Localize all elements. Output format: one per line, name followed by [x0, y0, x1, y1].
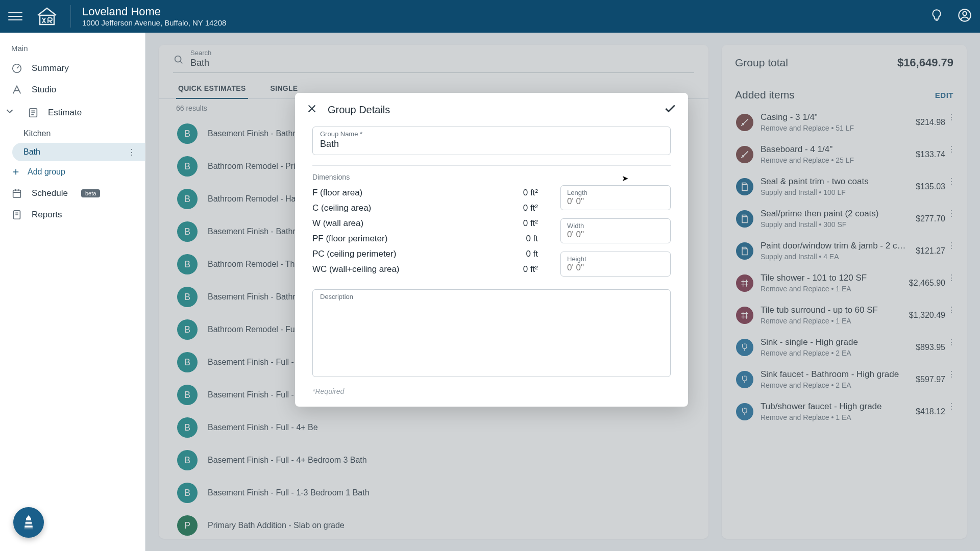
close-icon[interactable] — [306, 103, 317, 116]
added-item[interactable]: Baseboard - 4 1/4"Remove and Replace • 2… — [727, 138, 962, 170]
group-total-label: Group total — [735, 57, 788, 69]
added-item[interactable]: Casing - 3 1/4"Remove and Replace • 51 L… — [727, 106, 962, 138]
added-item[interactable]: Paint door/window trim & jamb - 2 coats … — [727, 235, 962, 267]
result-item[interactable]: BBasement Finish - Full - 4+ Bedroom 3 B… — [170, 444, 697, 477]
account-icon[interactable] — [958, 8, 972, 24]
description-field[interactable]: Description — [312, 289, 671, 377]
edit-button[interactable]: EDIT — [935, 91, 953, 99]
height-input[interactable] — [567, 263, 664, 273]
estimate-icon — [28, 107, 39, 118]
result-item[interactable]: BBasement Finish - Full - 4+ Be — [170, 411, 697, 444]
result-avatar: B — [177, 189, 198, 209]
description-input[interactable] — [320, 300, 663, 369]
result-item[interactable]: PPrimary Bath Addition - Slab on grade — [170, 509, 697, 539]
result-item[interactable]: BBasement Finish - Full - 1-3 Bedroom 1 … — [170, 477, 697, 509]
more-vert-icon[interactable]: ⋮ — [947, 177, 955, 186]
added-item[interactable]: Sink faucet - Bathroom - High gradeRemov… — [727, 363, 962, 395]
nav-reports[interactable]: Reports — [0, 204, 145, 226]
sidebar: Main Summary Studio Estimate Kitchen Bat… — [0, 33, 145, 551]
item-category-icon — [736, 178, 753, 195]
added-items-list[interactable]: Casing - 3 1/4"Remove and Replace • 51 L… — [722, 106, 967, 539]
group-name-field[interactable]: Group Name * — [312, 127, 671, 155]
more-vert-icon[interactable]: ⋮ — [128, 147, 136, 157]
added-item[interactable]: Tub/shower faucet - High gradeRemove and… — [727, 395, 962, 428]
group-details-modal: Group Details Group Name * Dimensions F … — [295, 93, 688, 407]
result-label: Basement Finish - Full - 4+ Bedroom 3 Ba… — [208, 456, 367, 465]
add-group-button[interactable]: Add group — [0, 161, 145, 183]
item-category-icon — [736, 371, 753, 388]
item-detail: Supply and Install • 100 LF — [761, 188, 909, 196]
more-vert-icon[interactable]: ⋮ — [947, 369, 955, 379]
result-avatar: B — [177, 483, 198, 503]
project-address: 1000 Jefferson Avenue, Buffalo, NY 14208 — [82, 18, 226, 28]
width-input[interactable] — [567, 230, 664, 240]
item-name: Seal/prime then paint (2 coats) — [761, 209, 909, 219]
item-name: Sink faucet - Bathroom - High grade — [761, 369, 909, 380]
item-detail: Remove and Replace • 25 LF — [761, 156, 909, 164]
item-price: $121.27 — [916, 246, 945, 256]
item-name: Seal & paint trim - two coats — [761, 177, 909, 187]
app-logo — [35, 6, 59, 27]
item-name: Tile tub surround - up to 60 SF — [761, 305, 902, 315]
item-category-icon — [736, 274, 753, 292]
more-vert-icon[interactable]: ⋮ — [947, 305, 955, 315]
search-input[interactable] — [190, 57, 694, 72]
more-vert-icon[interactable]: ⋮ — [947, 337, 955, 347]
item-detail: Supply and Install • 4 EA — [761, 253, 909, 261]
more-vert-icon[interactable]: ⋮ — [947, 209, 955, 218]
added-items-label: Added items — [735, 89, 795, 101]
help-icon[interactable] — [930, 9, 943, 24]
nav-studio[interactable]: Studio — [0, 79, 145, 101]
more-vert-icon[interactable]: ⋮ — [947, 402, 955, 411]
added-item[interactable]: Seal/prime then paint (2 coats)Supply an… — [727, 203, 962, 235]
width-field[interactable]: Width — [560, 218, 671, 243]
length-input[interactable] — [567, 196, 664, 207]
height-field[interactable]: Height — [560, 252, 671, 277]
item-category-icon — [736, 242, 753, 260]
svg-rect-11 — [25, 524, 32, 526]
tab-quick-estimates[interactable]: QUICK ESTIMATES — [176, 78, 248, 98]
added-item[interactable]: Seal & paint trim - two coatsSupply and … — [727, 170, 962, 203]
svg-rect-12 — [24, 525, 33, 528]
item-price: $1,320.49 — [909, 311, 945, 320]
more-vert-icon[interactable]: ⋮ — [947, 273, 955, 283]
added-item[interactable]: Tile shower - 101 to 120 SFRemove and Re… — [727, 267, 962, 299]
item-detail: Remove and Replace • 2 EA — [761, 381, 909, 389]
item-category-icon — [736, 210, 753, 228]
nav-estimate[interactable]: Estimate — [0, 101, 145, 124]
studio-icon — [11, 84, 22, 95]
lighthouse-icon — [20, 514, 37, 531]
item-name: Tile shower - 101 to 120 SF — [761, 273, 902, 283]
result-avatar: B — [177, 221, 198, 242]
nav-summary[interactable]: Summary — [0, 58, 145, 79]
menu-toggle[interactable] — [8, 9, 22, 23]
project-title-block: Loveland Home 1000 Jefferson Avenue, Buf… — [82, 5, 226, 28]
group-name-input[interactable] — [320, 138, 663, 149]
chevron-down-icon — [4, 106, 15, 119]
reports-icon — [11, 209, 22, 220]
search-label: Search — [190, 49, 694, 57]
dimension-row: PC (ceiling perimeter)0 ft — [312, 246, 538, 262]
item-detail: Remove and Replace • 1 EA — [761, 285, 902, 293]
item-price: $893.95 — [916, 343, 945, 352]
group-total-card: Group total $16,649.79 Added items EDIT … — [722, 45, 967, 539]
beta-badge: beta — [81, 189, 100, 197]
result-avatar: B — [177, 385, 198, 405]
length-field[interactable]: Length — [560, 185, 671, 210]
confirm-icon[interactable] — [664, 102, 677, 117]
item-price: $2,465.90 — [909, 279, 945, 288]
dimension-row: WC (wall+ceiling area)0 ft² — [312, 262, 538, 277]
topbar: Loveland Home 1000 Jefferson Avenue, Buf… — [0, 0, 980, 33]
sidebar-group-kitchen[interactable]: Kitchen — [12, 124, 145, 143]
nav-schedule[interactable]: Schedule beta — [0, 183, 145, 204]
added-item[interactable]: Tile tub surround - up to 60 SFRemove an… — [727, 299, 962, 331]
added-item[interactable]: Sink - single - High gradeRemove and Rep… — [727, 331, 962, 363]
help-fab[interactable] — [13, 507, 44, 538]
sidebar-group-bath[interactable]: Bath ⋮ — [12, 143, 145, 161]
more-vert-icon[interactable]: ⋮ — [947, 112, 955, 122]
more-vert-icon[interactable]: ⋮ — [947, 241, 955, 251]
dimension-row: C (ceiling area)0 ft² — [312, 201, 538, 216]
more-vert-icon[interactable]: ⋮ — [947, 144, 955, 154]
item-detail: Remove and Replace • 2 EA — [761, 349, 909, 357]
item-price: $597.97 — [916, 375, 945, 384]
